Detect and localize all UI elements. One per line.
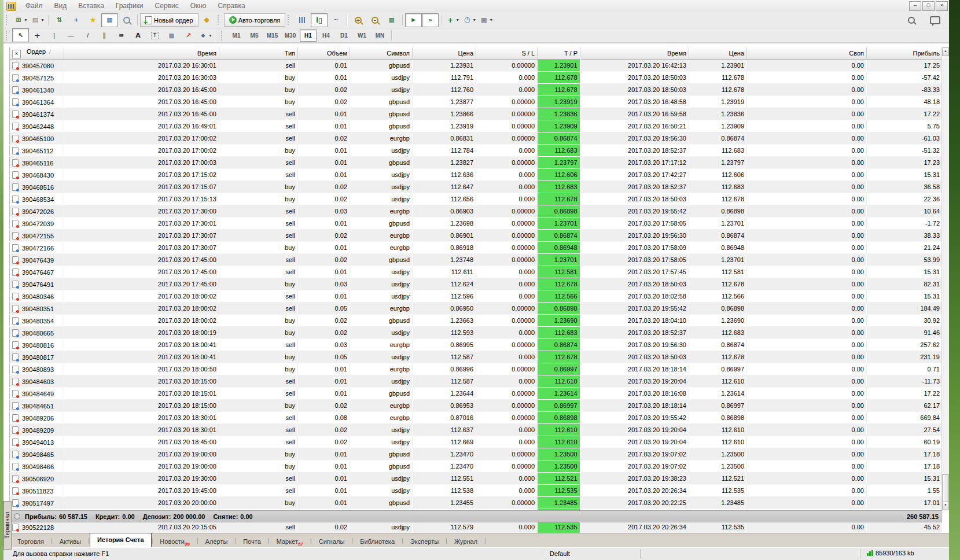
table-row[interactable]: 3904808162017.03.20 18:00:41sell0.03eurg… bbox=[10, 339, 943, 351]
timeframe-m1[interactable]: M1 bbox=[228, 30, 245, 42]
menu-insert[interactable]: Вставка bbox=[72, 0, 110, 12]
table-row[interactable]: 3905221282017.03.20 20:15:05sell0.02usdj… bbox=[10, 521, 943, 533]
new-order-button[interactable]: Новый ордер bbox=[140, 13, 198, 27]
toolbar-grip[interactable] bbox=[6, 15, 9, 25]
table-row[interactable]: 3904764392017.03.20 17:45:00sell0.02gbpu… bbox=[10, 254, 943, 266]
vertical-line-tool[interactable]: | bbox=[46, 28, 62, 42]
col-open-price[interactable]: Цена bbox=[413, 47, 476, 60]
tab-account-history[interactable]: История Счета bbox=[90, 533, 152, 547]
toolbar-grip[interactable] bbox=[6, 31, 9, 40]
table-row[interactable]: 3904651002017.03.20 17:00:02sell0.02eurg… bbox=[10, 132, 943, 145]
tab-trade[interactable]: Торговля bbox=[10, 536, 51, 547]
table-row[interactable]: 3905174972017.03.20 20:00:00buy0.01gbpus… bbox=[10, 497, 943, 509]
terminal-button[interactable]: ▦ bbox=[101, 13, 118, 27]
menu-service[interactable]: Сервис bbox=[149, 0, 185, 12]
tab-news[interactable]: Новости99 bbox=[153, 536, 197, 547]
channel-tool[interactable]: ∥ bbox=[96, 28, 113, 42]
trendline-tool[interactable]: / bbox=[79, 28, 96, 42]
col-open-time[interactable]: Время bbox=[64, 47, 219, 60]
table-row[interactable]: 3904846032017.03.20 18:15:00sell0.01usdj… bbox=[10, 375, 943, 388]
autotrade-button[interactable]: Авто-торговля bbox=[224, 13, 286, 27]
table-row[interactable]: 3905118232017.03.20 19:45:00sell0.01usdj… bbox=[10, 485, 943, 497]
fibonacci-tool[interactable]: ≡ bbox=[113, 28, 130, 42]
tab-journal[interactable]: Журнал bbox=[447, 536, 484, 547]
scrollbar-thumb[interactable] bbox=[942, 474, 949, 502]
auto-scroll-button[interactable]: ▶ bbox=[405, 13, 422, 27]
table-row[interactable]: 3904806652017.03.20 18:00:19buy0.02usdjp… bbox=[10, 327, 943, 339]
line-chart-button[interactable]: ~ bbox=[328, 13, 344, 27]
timeframe-w1[interactable]: W1 bbox=[354, 30, 370, 42]
tab-signals[interactable]: Сигналы bbox=[312, 536, 352, 547]
timeframe-m30[interactable]: M30 bbox=[282, 30, 299, 42]
table-row[interactable]: 3904721552017.03.20 17:30:07sell0.02eurg… bbox=[10, 230, 943, 242]
chart-shift-button[interactable]: » bbox=[422, 13, 439, 27]
status-profile[interactable]: Default bbox=[550, 550, 570, 557]
more-shapes-tool[interactable]: ◆▾ bbox=[197, 28, 214, 42]
table-row[interactable]: 3904846492017.03.20 18:15:01sell0.01gbpu… bbox=[10, 388, 943, 400]
menu-window[interactable]: Окно bbox=[185, 0, 212, 12]
table-row[interactable]: 3904803462017.03.20 18:00:02sell0.01usdj… bbox=[10, 290, 943, 303]
navigator-button[interactable]: ★ bbox=[84, 13, 101, 27]
search-button[interactable] bbox=[903, 13, 919, 27]
col-profit[interactable]: Прибыль bbox=[867, 47, 943, 60]
indicators-button[interactable]: +▾ bbox=[444, 13, 461, 27]
timeframe-m5[interactable]: M5 bbox=[246, 30, 263, 42]
menu-charts[interactable]: Графики bbox=[110, 0, 149, 12]
scroll-down-button[interactable]: ▼ bbox=[942, 502, 949, 510]
text-label-tool[interactable]: T bbox=[146, 28, 163, 42]
tab-library[interactable]: Библиотека bbox=[353, 536, 402, 547]
scroll-up-button[interactable]: ▲ bbox=[942, 47, 949, 56]
table-row[interactable]: 3904846512017.03.20 18:15:00buy0.02eurgb… bbox=[10, 400, 943, 412]
menu-view[interactable]: Вид bbox=[49, 0, 73, 12]
col-type[interactable]: Тип bbox=[219, 47, 298, 60]
toolbar-grip[interactable] bbox=[221, 31, 225, 40]
new-chart-button[interactable]: ⊞▾ bbox=[12, 13, 29, 27]
community-chat-button[interactable] bbox=[926, 13, 943, 27]
table-row[interactable]: 3904651122017.03.20 17:00:02buy0.01usdjp… bbox=[10, 145, 943, 157]
zoom-in-button[interactable] bbox=[350, 13, 366, 27]
table-row[interactable]: 3904720392017.03.20 17:30:01sell0.01gbpu… bbox=[10, 218, 943, 230]
table-row[interactable]: 3905069202017.03.20 19:30:00sell0.01usdj… bbox=[10, 473, 943, 485]
tab-mail[interactable]: Почта bbox=[236, 536, 268, 547]
toolbar-grip[interactable] bbox=[218, 15, 221, 25]
tab-market[interactable]: Маркет57 bbox=[270, 536, 310, 547]
candles-chart-button[interactable] bbox=[311, 13, 328, 27]
table-row[interactable]: 3904684302017.03.20 17:15:02sell0.01usdj… bbox=[10, 169, 943, 181]
crosshair-tool[interactable]: + bbox=[29, 28, 46, 42]
data-window-button[interactable]: + bbox=[68, 13, 84, 27]
table-row[interactable]: 3904803542017.03.20 18:00:02buy0.02gbpus… bbox=[10, 315, 943, 327]
timeframe-mn[interactable]: MN bbox=[372, 30, 388, 42]
col-sl[interactable]: S / L bbox=[476, 47, 538, 60]
menu-help[interactable]: Справка bbox=[212, 0, 251, 12]
table-row[interactable]: 3904803512017.03.20 18:00:02sell0.05eurg… bbox=[10, 303, 943, 315]
table-row[interactable]: 3904685342017.03.20 17:15:13buy0.02usdjp… bbox=[10, 193, 943, 205]
cursor-tool[interactable]: ↖ bbox=[12, 28, 29, 42]
col-swap[interactable]: Своп bbox=[747, 47, 867, 60]
market-watch-button[interactable]: ⇅ bbox=[51, 13, 68, 27]
tab-experts[interactable]: Эксперты bbox=[403, 536, 446, 547]
col-close-price[interactable]: Цена bbox=[689, 47, 747, 60]
timeframe-h4[interactable]: H4 bbox=[318, 30, 334, 42]
timeframe-d1[interactable]: D1 bbox=[336, 30, 352, 42]
periods-button[interactable]: ◷▾ bbox=[461, 13, 477, 27]
menu-file[interactable]: Файл bbox=[20, 0, 49, 12]
minimize-button[interactable]: – bbox=[909, 1, 921, 11]
restore-button[interactable]: □ bbox=[922, 1, 935, 11]
tab-assets[interactable]: Активы bbox=[53, 536, 88, 547]
table-row[interactable]: 3904892062017.03.20 18:30:01sell0.08eurg… bbox=[10, 412, 943, 424]
profiles-button[interactable]: ▤▾ bbox=[29, 13, 46, 27]
table-row[interactable]: 3904764672017.03.20 17:45:00sell0.01usdj… bbox=[10, 266, 943, 278]
table-row[interactable]: 3904721662017.03.20 17:30:07buy0.01eurgb… bbox=[10, 242, 943, 254]
terminal-side-tab[interactable]: Терминал bbox=[3, 501, 12, 550]
metaquotes-badge[interactable]: ◆ bbox=[198, 13, 215, 27]
col-tp[interactable]: T / P bbox=[538, 47, 580, 60]
table-row[interactable]: 3904571252017.03.20 16:30:03buy0.01usdjp… bbox=[10, 72, 943, 84]
strategy-tester-button[interactable] bbox=[118, 13, 135, 27]
table-row[interactable]: 3904808172017.03.20 18:00:41buy0.05usdjp… bbox=[10, 351, 943, 363]
bars-chart-button[interactable] bbox=[294, 13, 311, 27]
shapes-tool[interactable]: ■ bbox=[163, 28, 180, 42]
col-symbol[interactable]: Символ bbox=[350, 47, 413, 60]
arrows-tool[interactable]: ↗ bbox=[180, 28, 197, 42]
timeframe-h1[interactable]: H1 bbox=[300, 30, 317, 42]
table-row[interactable]: 3904613402017.03.20 16:45:00buy0.02usdjp… bbox=[10, 84, 943, 96]
